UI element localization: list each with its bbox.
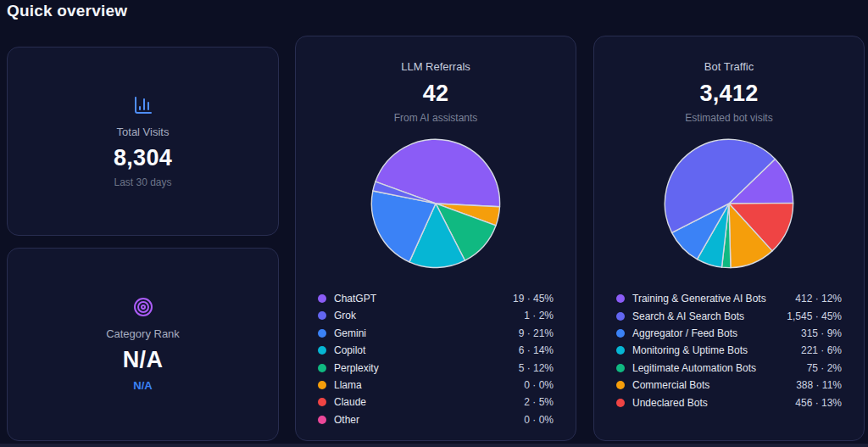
legend-label: Other xyxy=(334,414,359,426)
legend-label: Monitoring & Uptime Bots xyxy=(632,344,748,356)
legend-value: 315 · 9% xyxy=(801,327,842,339)
legend-value: 1,545 · 45% xyxy=(787,310,842,322)
legend-value: 1 · 2% xyxy=(524,310,554,321)
legend-value: 19 · 45% xyxy=(513,293,554,305)
legend-label: ChatGPT xyxy=(334,293,376,305)
legend-label: Perplexity xyxy=(334,362,379,374)
chart-subtitle: Estimated bot visits xyxy=(685,112,772,124)
legend-value: 0 · 0% xyxy=(524,379,554,391)
legend-item[interactable]: Perplexity 5 · 12% xyxy=(318,359,554,376)
legend-item[interactable]: Gemini 9 · 21% xyxy=(318,325,554,342)
legend-value: 2 · 5% xyxy=(524,396,554,408)
chart-title: LLM Referrals xyxy=(401,60,470,73)
legend-color-dot xyxy=(318,364,326,372)
legend-item[interactable]: Legitimate Automation Bots 75 · 2% xyxy=(616,360,842,377)
legend-color-dot xyxy=(318,398,326,406)
legend-label: Claude xyxy=(334,396,366,408)
legend-item[interactable]: Undeclared Bots 456 · 13% xyxy=(616,394,842,411)
bullseye-icon xyxy=(133,297,153,317)
chart-title: Bot Traffic xyxy=(704,60,754,73)
legend-color-dot xyxy=(616,312,625,321)
legend-item[interactable]: Copilot 6 · 14% xyxy=(318,342,554,359)
legend-item[interactable]: Aggregator / Feed Bots 315 · 9% xyxy=(616,325,842,342)
legend-item[interactable]: Commercial Bots 388 · 11% xyxy=(616,377,842,394)
legend-color-dot xyxy=(616,329,625,338)
total-visits-card: Total Visits 8,304 Last 30 days xyxy=(7,47,279,236)
bar-chart-icon xyxy=(133,95,153,115)
legend-color-dot xyxy=(616,346,625,355)
legend-item[interactable]: Search & AI Search Bots 1,545 · 45% xyxy=(616,307,842,324)
bot-traffic-legend: Training & Generative AI Bots 412 · 12% … xyxy=(616,290,842,411)
legend-label: Copilot xyxy=(334,344,365,356)
category-rank-value: N/A xyxy=(123,347,163,373)
legend-label: Legitimate Automation Bots xyxy=(632,362,756,374)
llm-referrals-legend: ChatGPT 19 · 45% Grok 1 · 2% Gemini 9 · … xyxy=(318,290,554,428)
legend-value: 412 · 12% xyxy=(795,293,842,305)
total-visits-subtext: Last 30 days xyxy=(114,176,171,188)
chart-total-value: 42 xyxy=(423,81,449,107)
legend-label: Commercial Bots xyxy=(632,379,709,391)
legend-value: 456 · 13% xyxy=(795,397,842,409)
legend-item[interactable]: Monitoring & Uptime Bots 221 · 6% xyxy=(616,342,842,359)
legend-value: 0 · 0% xyxy=(524,414,554,426)
legend-item[interactable]: Training & Generative AI Bots 412 · 12% xyxy=(616,290,842,307)
legend-label: Search & AI Search Bots xyxy=(632,310,744,322)
chart-subtitle: From AI assistants xyxy=(394,112,478,124)
legend-item[interactable]: Llama 0 · 0% xyxy=(318,377,554,394)
legend-value: 221 · 6% xyxy=(801,344,842,356)
legend-item[interactable]: Other 0 · 0% xyxy=(318,411,554,428)
legend-color-dot xyxy=(318,346,326,355)
legend-value: 5 · 12% xyxy=(519,362,554,374)
legend-label: Undeclared Bots xyxy=(632,397,708,409)
legend-value: 388 · 11% xyxy=(796,379,842,391)
legend-value: 6 · 14% xyxy=(519,344,554,356)
legend-color-dot xyxy=(318,329,326,338)
legend-color-dot xyxy=(318,416,326,424)
legend-color-dot xyxy=(616,294,625,303)
legend-color-dot xyxy=(616,364,625,372)
llm-referrals-pie-chart[interactable] xyxy=(370,137,502,270)
legend-color-dot xyxy=(318,311,326,320)
legend-color-dot xyxy=(318,381,326,389)
legend-color-dot xyxy=(318,294,326,303)
chart-total-value: 3,412 xyxy=(699,81,758,107)
legend-label: Aggregator / Feed Bots xyxy=(632,327,737,339)
page-title: Quick overview xyxy=(7,2,127,20)
legend-item[interactable]: ChatGPT 19 · 45% xyxy=(318,290,554,307)
next-section-edge xyxy=(0,444,868,447)
total-visits-value: 8,304 xyxy=(114,145,172,171)
legend-color-dot xyxy=(616,381,625,389)
legend-color-dot xyxy=(616,399,625,407)
llm-referrals-card: LLM Referrals 42 From AI assistants Chat… xyxy=(295,36,576,441)
category-rank-link[interactable]: N/A xyxy=(133,379,152,392)
legend-item[interactable]: Claude 2 · 5% xyxy=(318,394,554,411)
category-rank-label: Category Rank xyxy=(106,327,180,340)
legend-value: 9 · 21% xyxy=(519,327,554,339)
legend-label: Training & Generative AI Bots xyxy=(632,293,766,305)
bot-traffic-card: Bot Traffic 3,412 Estimated bot visits T… xyxy=(593,36,865,441)
legend-label: Grok xyxy=(334,310,356,321)
legend-value: 75 · 2% xyxy=(807,362,842,374)
total-visits-label: Total Visits xyxy=(117,126,170,138)
legend-label: Gemini xyxy=(334,327,366,339)
category-rank-card: Category Rank N/A N/A xyxy=(7,248,279,441)
bot-traffic-pie-chart[interactable] xyxy=(663,137,795,270)
legend-label: Llama xyxy=(334,379,362,391)
legend-item[interactable]: Grok 1 · 2% xyxy=(318,307,554,324)
